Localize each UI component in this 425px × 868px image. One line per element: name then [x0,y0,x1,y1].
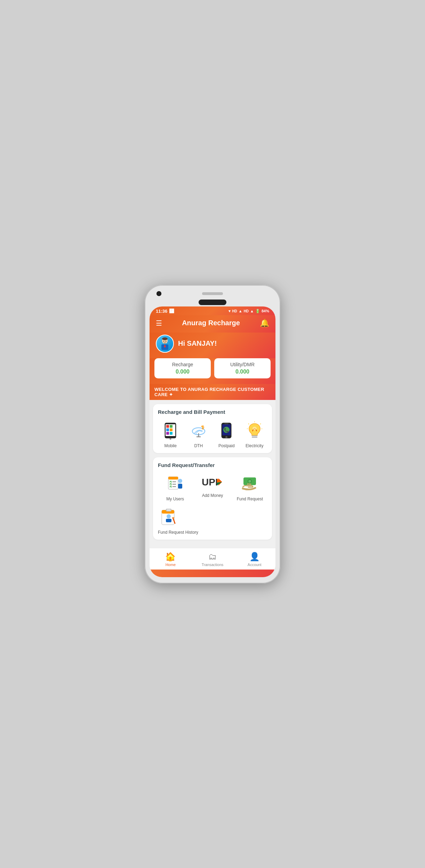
phone-top-bar [150,291,275,300]
phone-frame: 11:36 🅿 ▾ HD ▲ HD ▲ 🔋 84% ☰ Anurag Recha… [145,285,280,583]
svg-point-32 [252,427,257,430]
dth-item[interactable]: DTH [186,420,211,448]
fund-history-icon [158,506,179,528]
signal-bar1: ▲ [239,309,242,313]
svg-rect-13 [170,432,173,435]
svg-rect-58 [167,509,171,511]
nav-home[interactable]: 🏠 Home [150,548,192,570]
svg-point-23 [225,436,227,438]
postpaid-icon: 📞 [216,420,237,441]
app-title: Anurag Recharge [182,319,240,327]
status-bar: 11:36 🅿 ▾ HD ▲ HD ▲ 🔋 84% [150,306,275,315]
phone-notch [199,300,226,305]
account-icon: 👤 [249,552,260,562]
status-time: 11:36 [156,309,167,314]
phone-speaker [202,292,223,295]
svg-line-28 [260,424,261,424]
signal-bar2: ▲ [250,309,254,313]
nav-transactions[interactable]: 🗂 Transactions [192,548,234,570]
fund-history-item[interactable]: Fund Request History [158,506,267,535]
bell-icon[interactable]: 🔔 [260,319,269,328]
svg-text:UPI: UPI [202,477,218,488]
add-money-icon: UPI [200,473,225,491]
bottom-bar [150,570,275,577]
hamburger-icon[interactable]: ☰ [156,319,162,327]
svg-line-29 [248,424,249,424]
svg-point-4 [163,341,165,342]
status-left: 11:36 🅿 [156,309,174,314]
dth-label: DTH [194,443,203,448]
nav-home-label: Home [166,563,176,567]
fund-section-title: Fund Request/Transfer [158,462,267,468]
svg-rect-12 [166,432,169,435]
svg-rect-8 [166,425,169,428]
greeting-text: Hi SANJAY! [178,339,217,347]
my-users-label: My Users [166,497,184,501]
mobile-label: Mobile [165,443,177,448]
electricity-item[interactable]: Electricity [242,420,267,448]
signal-hd2: HD [244,309,249,313]
recharge-icon-grid: Mobile [158,420,267,448]
nav-account[interactable]: 👤 Account [233,548,275,570]
postpaid-item[interactable]: 📞 Postpaid [214,420,239,448]
fund-history-row: Fund Request History [158,506,267,535]
svg-rect-10 [166,428,169,431]
svg-text:📞: 📞 [224,427,229,433]
status-right: ▾ HD ▲ HD ▲ 🔋 84% [228,309,269,313]
main-content: Recharge and Bill Payment [150,400,275,548]
svg-rect-34 [168,477,178,480]
phone-notch-area [150,300,275,305]
svg-point-1 [162,337,168,340]
bottom-nav: 🏠 Home 🗂 Transactions 👤 Account [150,548,275,570]
battery-icon: 🔋 [255,309,260,313]
nav-transactions-label: Transactions [202,563,224,567]
recharge-section-title: Recharge and Bill Payment [158,409,267,415]
svg-rect-25 [252,435,257,436]
svg-point-47 [178,479,182,483]
fund-request-label: Fund Request [237,497,263,501]
my-users-icon [165,473,186,494]
postpaid-label: Postpaid [218,443,235,448]
fund-request-icon [239,473,260,494]
avatar [156,335,174,353]
paytm-icon: 🅿 [169,309,174,314]
svg-rect-11 [170,428,173,431]
battery-value: 84% [262,309,269,313]
nav-account-label: Account [248,563,262,567]
dth-icon [188,420,209,441]
my-users-item[interactable]: My Users [158,473,192,501]
recharge-balance-card[interactable]: Recharge 0.000 [154,358,211,378]
svg-rect-26 [252,437,257,438]
add-money-item[interactable]: UPI Add Money [195,473,230,501]
fund-request-item[interactable]: Fund Request [233,473,267,501]
welcome-text: WELCOME TO ANURAG RECHARGE CUSTOMER CARE [154,387,264,397]
recharge-label: Recharge [159,362,206,367]
svg-point-5 [166,341,167,342]
balance-row: Recharge 0.000 Utility/DMR 0.000 [154,358,271,378]
greeting-section: Hi SANJAY! [150,333,275,358]
avatar-svg [158,337,172,351]
electricity-icon [244,420,265,441]
svg-point-59 [167,514,171,518]
transactions-icon: 🗂 [208,552,217,562]
signal-hd1: HD [232,309,237,313]
utility-label: Utility/DMR [219,362,266,367]
recharge-card: Recharge and Bill Payment [153,404,272,453]
welcome-banner: WELCOME TO ANURAG RECHARGE CUSTOMER CARE… [150,384,275,400]
add-money-label: Add Money [202,493,223,498]
app-header: ☰ Anurag Recharge 🔔 [150,315,275,333]
svg-rect-9 [170,425,173,428]
phone-screen: 11:36 🅿 ▾ HD ▲ HD ▲ 🔋 84% ☰ Anurag Recha… [150,306,275,577]
phone-camera [157,291,161,296]
svg-rect-48 [178,484,182,489]
fund-history-label: Fund Request History [158,530,198,535]
svg-rect-24 [224,423,228,424]
balance-section: Recharge 0.000 Utility/DMR 0.000 [150,358,275,384]
fund-card: Fund Request/Transfer [153,457,272,540]
svg-rect-60 [166,519,171,522]
mobile-item[interactable]: Mobile [158,420,183,448]
recharge-value: 0.000 [159,369,206,375]
fund-icon-grid: My Users UPI [158,473,267,501]
svg-point-18 [201,426,203,427]
utility-balance-card[interactable]: Utility/DMR 0.000 [214,358,271,378]
